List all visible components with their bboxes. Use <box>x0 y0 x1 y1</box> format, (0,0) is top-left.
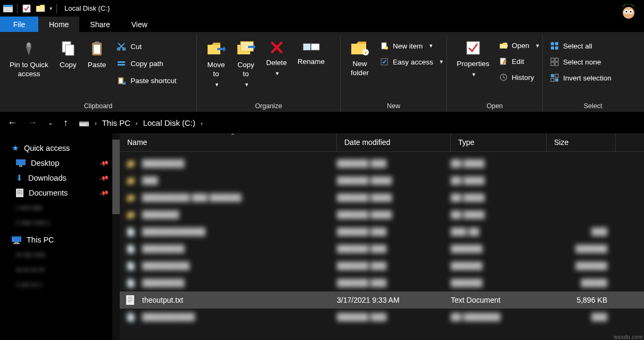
sidebar-documents[interactable]: Documents 📌 <box>0 185 120 200</box>
menu-share[interactable]: Share <box>79 17 120 32</box>
file-row-blurred[interactable]: 📁█████████ ███ ████████████ ██████ ████ <box>120 189 644 206</box>
svg-rect-62 <box>128 297 133 297</box>
copy-path-button[interactable]: Copy path <box>113 56 179 70</box>
sidebar-item-blurred[interactable]: ▪▪ ▪▪ ▪▪ ▪▪ <box>0 262 120 277</box>
file-row-blurred[interactable]: 📄██████████████ ███████████████ <box>120 240 644 257</box>
copy-to-label: Copy to <box>237 61 254 79</box>
folder-quick-icon[interactable] <box>36 4 45 13</box>
open-button[interactable]: Open ▼ <box>496 39 543 52</box>
svg-point-50 <box>87 124 88 125</box>
copy-icon <box>59 39 77 58</box>
chevron-right-icon[interactable]: › <box>136 120 138 126</box>
sidebar-this-pc[interactable]: This PC <box>0 232 120 247</box>
paste-shortcut-button[interactable]: Paste shortcut <box>113 74 179 87</box>
new-item-button[interactable]: New item ▼ <box>377 39 447 52</box>
svg-rect-14 <box>95 42 99 44</box>
delete-icon <box>269 39 285 55</box>
edit-button[interactable]: Edit <box>496 55 543 68</box>
up-button[interactable]: ↑ <box>63 117 68 128</box>
cut-label: Cut <box>130 43 142 51</box>
delete-button[interactable]: Delete▼ <box>261 37 292 78</box>
move-to-button[interactable]: Move to▼ <box>201 37 231 90</box>
properties-icon <box>465 39 482 56</box>
copy-label: Copy <box>60 61 77 70</box>
move-to-icon <box>207 39 226 58</box>
col-date[interactable]: Date modified <box>337 133 451 151</box>
desktop-icon <box>16 159 26 167</box>
new-folder-label: New folder <box>351 60 369 78</box>
address-bar: ← → ⌄ ↑ › This PC › Local Disk (C:) › <box>0 112 644 133</box>
main-pane: ★ Quick access Desktop 📌 ⬇ Downloads 📌 D… <box>0 133 644 340</box>
menu-home[interactable]: Home <box>38 17 79 32</box>
svg-rect-63 <box>128 298 133 299</box>
pin-icon: 📌 <box>99 158 110 168</box>
select-all-label: Select all <box>563 42 592 50</box>
copy-to-button[interactable]: Copy to▼ <box>231 37 261 90</box>
easy-access-button[interactable]: Easy access ▼ <box>377 55 447 68</box>
sidebar-scroll-thumb[interactable] <box>112 140 120 214</box>
file-row-blurred[interactable]: 📁█████████████ ██████ ████ <box>120 206 644 223</box>
svg-rect-54 <box>17 190 22 191</box>
this-pc-icon <box>12 236 21 244</box>
file-row-blurred[interactable]: 📁█████████ ██████ ████ <box>120 172 644 189</box>
select-all-button[interactable]: Select all <box>547 39 615 52</box>
properties-quick-icon[interactable] <box>22 4 31 13</box>
column-headers: ⌃ Name Date modified Type Size <box>120 133 644 152</box>
sidebar-item-blurred[interactable]: ▪ ▪▪▪ ▪▪ ▪ <box>0 277 120 292</box>
copy-path-icon <box>117 59 126 68</box>
chevron-right-icon[interactable]: › <box>95 120 97 126</box>
copy-to-icon <box>236 39 255 58</box>
paste-shortcut-label: Paste shortcut <box>130 77 176 85</box>
svg-rect-37 <box>555 42 558 45</box>
svg-rect-17 <box>118 61 125 63</box>
col-size[interactable]: Size <box>547 133 616 151</box>
history-icon <box>499 73 508 82</box>
properties-button[interactable]: Properties▼ <box>451 37 495 79</box>
file-row-blurred[interactable]: 📄██████████████ ██████████████ <box>120 274 644 292</box>
sort-indicator-icon: ⌃ <box>230 133 235 139</box>
new-folder-button[interactable]: ✦ New folder <box>345 37 375 80</box>
cut-button[interactable]: Cut <box>113 39 179 53</box>
downloads-icon: ⬇ <box>16 174 23 182</box>
history-button[interactable]: History <box>496 71 543 84</box>
select-none-button[interactable]: Select none <box>547 55 615 68</box>
paste-button[interactable]: Paste <box>82 37 112 72</box>
menu-view[interactable]: View <box>121 17 158 32</box>
breadcrumb[interactable]: › This PC › Local Disk (C:) › <box>79 118 203 127</box>
sidebar-desktop[interactable]: Desktop 📌 <box>0 156 120 171</box>
file-name: theoutput.txt <box>138 296 337 304</box>
col-type[interactable]: Type <box>451 133 547 151</box>
qat-dropdown-icon[interactable]: ▾ <box>49 5 52 11</box>
sidebar-item-blurred[interactable]: ▪ ▪▪▪▪ ▪▪▪▪ ▪ <box>0 215 120 230</box>
invert-selection-button[interactable]: Invert selection <box>547 71 615 84</box>
col-name[interactable]: Name <box>120 133 337 151</box>
forward-button[interactable]: → <box>28 117 37 128</box>
sidebar-downloads[interactable]: ⬇ Downloads 📌 <box>0 171 120 185</box>
copy-button[interactable]: Copy <box>54 37 82 72</box>
open-icon <box>499 42 508 50</box>
explorer-icon <box>3 4 13 13</box>
back-button[interactable]: ← <box>7 117 17 128</box>
svg-rect-56 <box>17 193 22 194</box>
file-row-blurred[interactable]: 📁██████████████ █████ ████ <box>120 155 644 172</box>
chevron-right-icon[interactable]: › <box>201 120 203 126</box>
svg-rect-55 <box>17 192 22 192</box>
crumb-local-disk[interactable]: Local Disk (C:) <box>143 118 195 127</box>
svg-rect-44 <box>551 74 554 77</box>
select-none-icon <box>550 58 559 66</box>
sidebar-item-blurred[interactable]: ▪ ▪▪▪ ▪▪▪▪ <box>0 200 120 215</box>
rename-button[interactable]: Rename <box>292 37 330 69</box>
file-row-blurred[interactable]: 📄████████████████ █████ ██████████ <box>120 309 644 326</box>
svg-rect-20 <box>119 78 122 83</box>
file-row-blurred[interactable]: 📄██████████████████ ██████ █████ <box>120 223 644 240</box>
recent-locations-button[interactable]: ⌄ <box>48 119 53 126</box>
pin-to-quick-access-button[interactable]: Pin to Quick access <box>4 37 54 81</box>
menu-file[interactable]: File <box>0 17 38 32</box>
new-group-label: New <box>341 102 447 112</box>
file-row-selected[interactable]: theoutput.txt 3/17/2021 9:33 AM Text Doc… <box>120 292 644 309</box>
sidebar-item-blurred[interactable]: ▪▪ ▪▪▪ ▪▪▪▪ <box>0 247 120 262</box>
crumb-this-pc[interactable]: This PC <box>102 118 130 127</box>
sidebar-label: Documents <box>29 189 68 197</box>
sidebar-quick-access[interactable]: ★ Quick access <box>0 141 120 156</box>
file-row-blurred[interactable]: 📄███████████████ ███████████████ <box>120 257 644 274</box>
